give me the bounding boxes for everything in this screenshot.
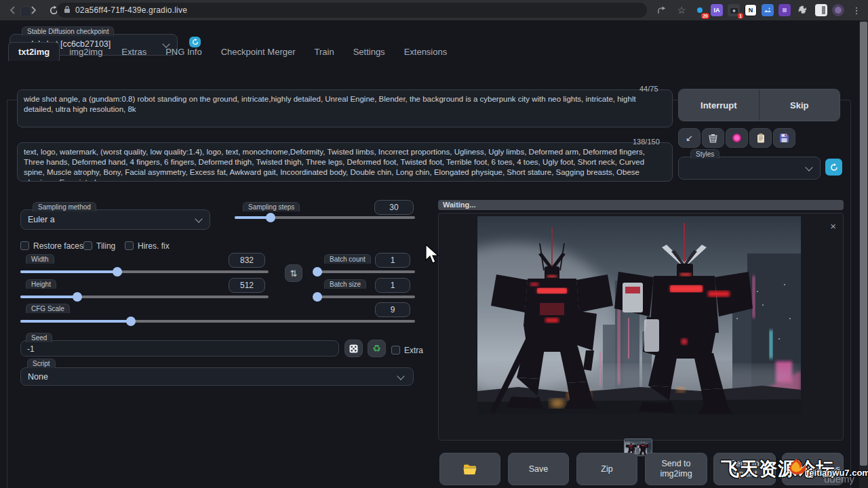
- page-scrollbar[interactable]: [859, 20, 868, 488]
- tab-train[interactable]: Train: [305, 43, 344, 61]
- extra-networks-button[interactable]: [726, 128, 748, 148]
- scrollbar-thumb[interactable]: [860, 22, 867, 466]
- batch-count-slider[interactable]: [317, 270, 415, 273]
- sampling-method-dropdown[interactable]: Euler a: [20, 209, 210, 230]
- width-value[interactable]: 832: [229, 253, 265, 268]
- sampling-method-label: Sampling method: [33, 202, 96, 211]
- checkbox-icon[interactable]: [125, 241, 134, 250]
- share-icon[interactable]: [654, 3, 669, 18]
- tab-checkpoint-merger[interactable]: Checkpoint Merger: [212, 43, 305, 61]
- tab-txt2img[interactable]: txt2img: [8, 42, 60, 61]
- width-label: Width: [26, 254, 54, 264]
- restore-faces-checkbox[interactable]: Restore faces: [20, 239, 83, 251]
- cfg-scale-slider[interactable]: [20, 320, 415, 323]
- tiling-checkbox[interactable]: Tiling: [83, 239, 115, 251]
- checkbox-icon[interactable]: [391, 346, 400, 354]
- ext-sidepanel-icon[interactable]: [815, 4, 827, 16]
- floppy-save-icon: [780, 134, 789, 142]
- zip-button[interactable]: Zip: [576, 453, 637, 485]
- width-slider[interactable]: [20, 270, 269, 273]
- flame-logo: [787, 458, 807, 476]
- batch-count-label: Batch count: [324, 254, 371, 264]
- image-viewer: ×: [438, 213, 844, 441]
- url-text: 02a56ff4-71ff-439e.gradio.live: [75, 5, 187, 15]
- interrupt-button[interactable]: Interrupt: [679, 89, 760, 121]
- tab-extensions[interactable]: Extensions: [395, 43, 457, 61]
- sampling-steps-label: Sampling steps: [243, 202, 300, 211]
- ext-badge: 20: [701, 13, 709, 19]
- script-dropdown[interactable]: None: [20, 367, 414, 386]
- tab-png-info[interactable]: PNG Info: [156, 43, 211, 61]
- sampling-method-value: Euler a: [28, 215, 55, 224]
- progress-status: Waiting...: [443, 201, 475, 209]
- hires-fix-checkbox[interactable]: Hires. fix: [125, 239, 170, 251]
- slider-knob[interactable]: [313, 267, 322, 277]
- clear-prompt-button[interactable]: [702, 128, 724, 148]
- close-icon[interactable]: ×: [830, 222, 836, 231]
- cfg-scale-value[interactable]: 9: [375, 302, 410, 317]
- progress-bar: Waiting...: [438, 200, 844, 210]
- extensions-puzzle-icon[interactable]: [795, 3, 810, 18]
- save-button[interactable]: Save: [508, 453, 569, 485]
- sampling-steps-slider[interactable]: [235, 216, 415, 219]
- chevron-down-icon: [805, 163, 812, 171]
- slider-knob[interactable]: [313, 292, 322, 302]
- ext-image-icon[interactable]: [762, 4, 774, 16]
- tab-img2img[interactable]: img2img: [60, 43, 112, 61]
- ext-ia-icon[interactable]: IA: [711, 4, 723, 16]
- ext-onenote-icon[interactable]: [778, 4, 791, 16]
- seed-label: Seed: [26, 333, 52, 342]
- height-value[interactable]: 512: [229, 278, 265, 293]
- tab-settings[interactable]: Settings: [344, 43, 395, 61]
- dice-icon: [349, 344, 358, 353]
- open-folder-button[interactable]: [439, 453, 500, 485]
- seed-input[interactable]: -1: [20, 340, 339, 357]
- negative-prompt-input[interactable]: text, logo, watermark, (worst quality, l…: [17, 142, 673, 182]
- folder-icon: [463, 464, 477, 474]
- swap-dimensions-button[interactable]: ⇅: [285, 264, 302, 282]
- tab-extras[interactable]: Extras: [112, 43, 156, 61]
- slider-knob[interactable]: [126, 317, 136, 326]
- ext-camera-icon[interactable]: 1: [728, 4, 740, 16]
- prompt-token-counter: 44/75: [639, 85, 658, 93]
- styles-label: Styles: [690, 149, 719, 159]
- mouse-cursor: [425, 244, 439, 264]
- sampling-steps-value[interactable]: 30: [374, 200, 414, 215]
- apply-style-button[interactable]: [749, 128, 772, 148]
- slider-knob[interactable]: [113, 267, 122, 277]
- profile-avatar[interactable]: [832, 4, 844, 16]
- extra-seed-checkbox[interactable]: Extra: [391, 344, 423, 356]
- clipboard-icon: [757, 134, 765, 143]
- batch-size-value[interactable]: 1: [375, 278, 410, 293]
- back-icon[interactable]: [5, 3, 20, 18]
- send-to-img2img-button[interactable]: Send to img2img: [645, 453, 707, 485]
- paste-params-button[interactable]: ↙: [678, 128, 701, 148]
- script-label: Script: [27, 359, 56, 368]
- browser-menu-icon[interactable]: ⋮: [849, 3, 864, 18]
- ext-notion-icon[interactable]: N: [745, 4, 757, 16]
- address-bar[interactable]: 02a56ff4-71ff-439e.gradio.live: [57, 3, 647, 18]
- ext-badge: 1: [738, 13, 743, 19]
- batch-size-slider[interactable]: [317, 296, 415, 298]
- batch-count-value[interactable]: 1: [375, 253, 410, 268]
- styles-dropdown[interactable]: [678, 157, 821, 180]
- height-label: Height: [26, 279, 56, 289]
- checkbox-icon[interactable]: [83, 241, 92, 250]
- skip-button[interactable]: Skip: [760, 89, 840, 121]
- checkpoint-label: Stable Diffusion checkpoint: [22, 26, 114, 36]
- save-style-button[interactable]: [773, 128, 795, 148]
- chevron-down-icon: [195, 215, 202, 222]
- browser-toolbar: 02a56ff4-71ff-439e.gradio.live ☆ 20 IA 1…: [0, 0, 868, 20]
- ext-blue-dot-icon[interactable]: 20: [694, 4, 706, 16]
- height-slider[interactable]: [20, 296, 269, 298]
- generated-image[interactable]: [477, 216, 801, 414]
- random-seed-button[interactable]: [344, 340, 363, 357]
- bookmark-star-icon[interactable]: ☆: [674, 3, 689, 18]
- forum-watermark-site: feitianwu7.com: [806, 468, 868, 478]
- batch-size-label: Batch size: [324, 279, 366, 289]
- reuse-seed-button[interactable]: ♻: [368, 340, 386, 357]
- chevron-down-icon: [397, 372, 404, 380]
- styles-refresh-button[interactable]: [825, 159, 842, 176]
- checkbox-icon[interactable]: [20, 241, 29, 250]
- prompt-input[interactable]: wide shot angle, a (gundam:0.8) robot st…: [17, 89, 673, 127]
